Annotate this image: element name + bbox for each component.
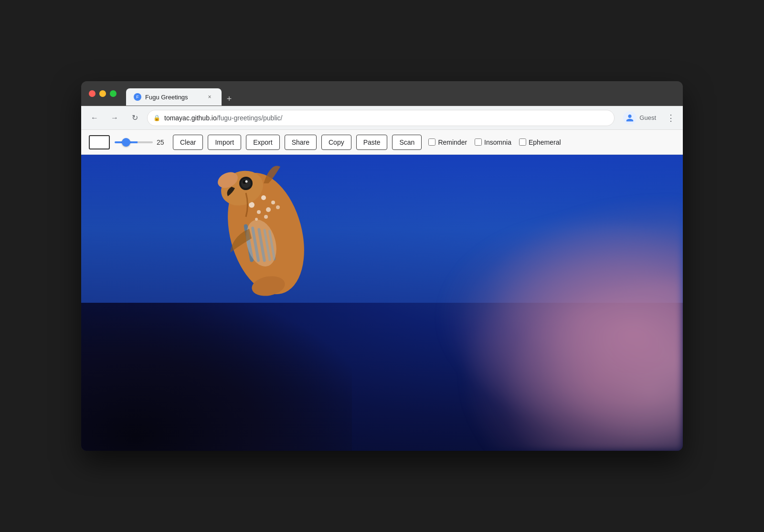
address-bar[interactable]: 🔒 tomayac.github.io/fugu-greetings/publi…	[147, 110, 615, 126]
share-button[interactable]: Share	[285, 135, 317, 150]
profile-label: Guest	[639, 114, 656, 121]
forward-button[interactable]: →	[107, 110, 122, 126]
tab-title: Fugu Greetings	[145, 94, 202, 101]
slider-container: 25	[115, 138, 168, 146]
paste-button[interactable]: Paste	[356, 135, 388, 150]
insomnia-checkbox[interactable]	[475, 138, 482, 146]
profile-button[interactable]: Guest	[619, 109, 660, 127]
import-button[interactable]: Import	[208, 135, 241, 150]
browser-menu-button[interactable]: ⋮	[665, 111, 677, 125]
clear-button[interactable]: Clear	[173, 135, 203, 150]
tab-close-button[interactable]: ×	[205, 93, 214, 101]
export-button[interactable]: Export	[246, 135, 279, 150]
insomnia-label: Insomnia	[484, 138, 511, 146]
color-preview[interactable]	[89, 135, 110, 149]
url-domain: tomayac.github.io	[164, 114, 217, 122]
url-display: tomayac.github.io/fugu-greetings/public/	[164, 114, 608, 122]
reload-button[interactable]: ↻	[127, 110, 142, 126]
svg-point-2	[261, 195, 266, 200]
back-button[interactable]: ←	[87, 110, 102, 126]
svg-point-3	[271, 201, 275, 204]
tab-bar: F Fugu Greetings × +	[126, 81, 236, 106]
svg-point-20	[245, 181, 247, 183]
svg-point-5	[266, 207, 271, 212]
url-path: /fugu-greetings/public/	[217, 114, 283, 122]
profile-icon	[623, 111, 637, 125]
svg-point-8	[264, 215, 268, 219]
fish-scene	[81, 155, 683, 451]
svg-point-6	[276, 205, 280, 209]
tab-favicon: F	[134, 93, 141, 101]
nav-bar: ← → ↻ 🔒 tomayac.github.io/fugu-greetings…	[81, 106, 683, 130]
copy-button[interactable]: Copy	[321, 135, 351, 150]
brush-size-slider[interactable]	[115, 141, 153, 143]
svg-point-4	[257, 210, 261, 214]
ephemeral-checkbox-label[interactable]: Ephemeral	[519, 138, 561, 146]
canvas-area[interactable]	[81, 155, 683, 451]
insomnia-checkbox-label[interactable]: Insomnia	[475, 138, 511, 146]
maximize-window-button[interactable]	[110, 90, 117, 97]
lock-icon: 🔒	[153, 115, 160, 121]
ephemeral-label: Ephemeral	[529, 138, 561, 146]
reminder-checkbox[interactable]	[428, 138, 435, 146]
scan-button[interactable]: Scan	[392, 135, 422, 150]
ephemeral-checkbox[interactable]	[519, 138, 526, 146]
svg-point-18	[241, 179, 251, 188]
active-tab[interactable]: F Fugu Greetings ×	[126, 88, 222, 106]
checkbox-group: Reminder Insomnia Ephemeral	[428, 138, 561, 146]
reminder-checkbox-label[interactable]: Reminder	[428, 138, 467, 146]
close-window-button[interactable]	[89, 90, 96, 97]
toolbar: 25 Clear Import Export Share Copy Paste …	[81, 130, 683, 155]
coral-background	[352, 155, 683, 451]
new-tab-button[interactable]: +	[223, 92, 236, 106]
title-bar: F Fugu Greetings × +	[81, 81, 683, 106]
fish-image	[190, 155, 342, 348]
reminder-label: Reminder	[438, 138, 467, 146]
browser-window: F Fugu Greetings × + ← → ↻ 🔒 tomayac.git…	[81, 81, 683, 451]
traffic-lights	[89, 90, 117, 97]
minimize-window-button[interactable]	[99, 90, 106, 97]
slider-value: 25	[157, 138, 168, 146]
